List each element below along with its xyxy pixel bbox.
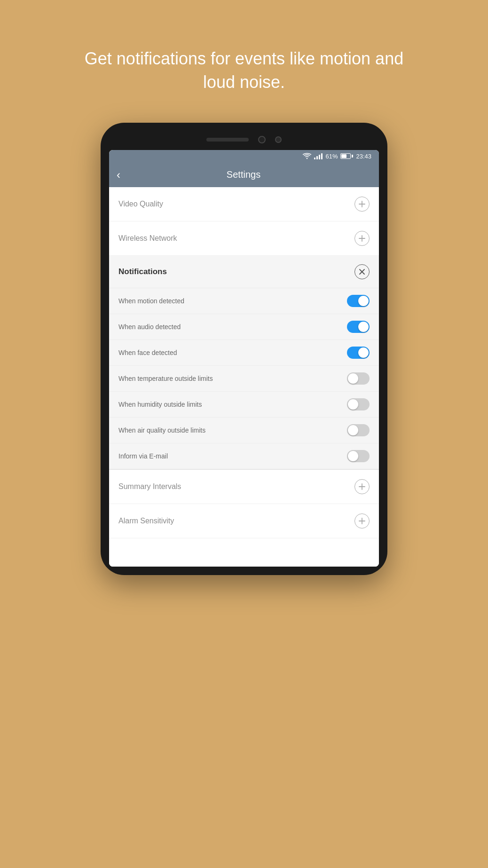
hero-text: Get notifications for events like motion… bbox=[79, 47, 409, 95]
signal-bars-icon bbox=[314, 153, 323, 159]
phone-speaker bbox=[206, 138, 249, 142]
notification-humidity-label: When humidity outside limits bbox=[118, 401, 202, 408]
alarm-sensitivity-expand-button[interactable] bbox=[354, 513, 370, 529]
notification-email-row: Inform via E-mail bbox=[109, 443, 379, 469]
plus-icon bbox=[358, 235, 366, 242]
notifications-collapse-button[interactable] bbox=[354, 264, 370, 279]
plus-icon bbox=[358, 483, 366, 490]
notification-motion-label: When motion detected bbox=[118, 297, 184, 305]
notification-face-toggle[interactable] bbox=[347, 347, 370, 359]
notification-motion-row: When motion detected bbox=[109, 288, 379, 314]
status-bar: 61% 23:43 bbox=[109, 150, 379, 163]
summary-intervals-row[interactable]: Summary Intervals bbox=[109, 470, 379, 504]
bottom-spacer-row bbox=[109, 538, 379, 567]
notification-email-label: Inform via E-mail bbox=[118, 452, 168, 460]
notifications-header-row[interactable]: Notifications bbox=[109, 256, 379, 288]
video-quality-row[interactable]: Video Quality bbox=[109, 187, 379, 221]
phone-screen: 61% 23:43 ‹ Settings Video Quality bbox=[109, 150, 379, 567]
app-bar: ‹ Settings bbox=[109, 163, 379, 187]
close-icon bbox=[359, 268, 365, 275]
summary-intervals-label: Summary Intervals bbox=[118, 482, 181, 491]
wireless-network-expand-button[interactable] bbox=[354, 231, 370, 246]
plus-icon bbox=[358, 200, 366, 208]
notification-air-quality-label: When air quality outside limits bbox=[118, 426, 205, 434]
notification-audio-toggle[interactable] bbox=[347, 321, 370, 333]
status-time: 23:43 bbox=[356, 153, 371, 160]
svg-point-0 bbox=[307, 158, 307, 159]
phone-camera2 bbox=[275, 136, 282, 143]
back-button[interactable]: ‹ bbox=[117, 168, 120, 181]
notification-face-label: When face detected bbox=[118, 349, 177, 356]
notifications-header-label: Notifications bbox=[118, 267, 167, 276]
phone-mockup: 61% 23:43 ‹ Settings Video Quality bbox=[101, 123, 387, 575]
notification-email-toggle[interactable] bbox=[347, 450, 370, 462]
wireless-network-row[interactable]: Wireless Network bbox=[109, 221, 379, 256]
app-bar-title: Settings bbox=[130, 169, 357, 180]
video-quality-expand-button[interactable] bbox=[354, 197, 370, 212]
notifications-section: Notifications When motion detected When … bbox=[109, 256, 379, 470]
notification-humidity-toggle[interactable] bbox=[347, 398, 370, 410]
notification-temperature-row: When temperature outside limits bbox=[109, 366, 379, 392]
summary-intervals-expand-button[interactable] bbox=[354, 479, 370, 494]
notification-audio-row: When audio detected bbox=[109, 314, 379, 340]
notification-motion-toggle[interactable] bbox=[347, 295, 370, 307]
notification-audio-label: When audio detected bbox=[118, 323, 181, 331]
status-icons: 61% 23:43 bbox=[303, 153, 371, 160]
wireless-network-label: Wireless Network bbox=[118, 234, 177, 243]
notification-temperature-toggle[interactable] bbox=[347, 372, 370, 385]
notification-face-row: When face detected bbox=[109, 340, 379, 366]
battery-icon bbox=[340, 153, 353, 159]
notification-air-quality-toggle[interactable] bbox=[347, 424, 370, 436]
notification-air-quality-row: When air quality outside limits bbox=[109, 418, 379, 443]
alarm-sensitivity-label: Alarm Sensitivity bbox=[118, 517, 174, 525]
phone-camera bbox=[258, 136, 266, 143]
wifi-icon bbox=[303, 153, 311, 159]
video-quality-label: Video Quality bbox=[118, 200, 163, 208]
battery-percent: 61% bbox=[325, 153, 338, 160]
notification-temperature-label: When temperature outside limits bbox=[118, 375, 213, 382]
plus-icon bbox=[358, 517, 366, 525]
notification-humidity-row: When humidity outside limits bbox=[109, 392, 379, 418]
alarm-sensitivity-row[interactable]: Alarm Sensitivity bbox=[109, 504, 379, 538]
phone-top-bar bbox=[109, 131, 379, 150]
